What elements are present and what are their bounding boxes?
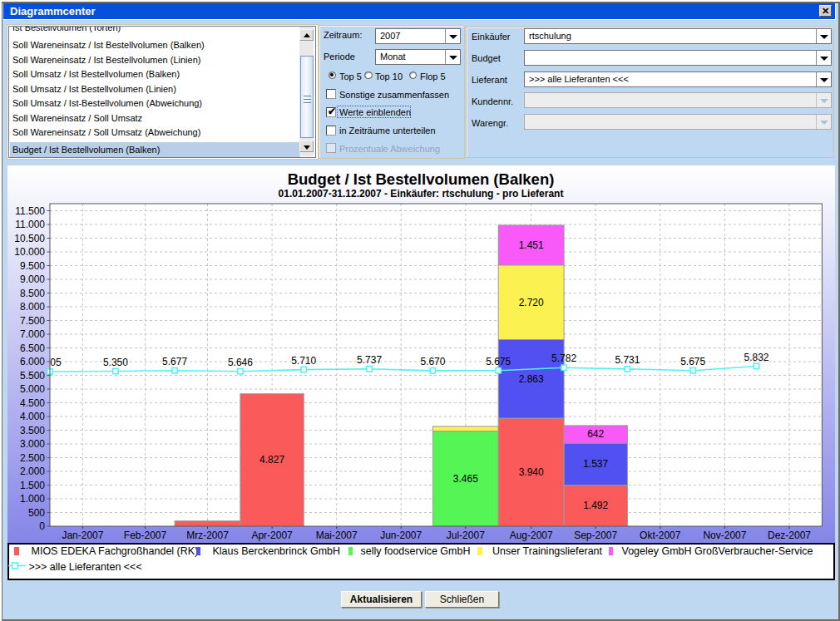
svg-text:1.500: 1.500	[20, 480, 45, 491]
svg-text:Apr-2007: Apr-2007	[251, 530, 293, 541]
svg-text:5.500: 5.500	[20, 370, 45, 382]
svg-text:10.500: 10.500	[14, 233, 45, 244]
svg-text:5.000: 5.000	[20, 383, 45, 395]
svg-text:5.646: 5.646	[228, 357, 253, 368]
svg-text:4.000: 4.000	[20, 411, 45, 422]
svg-text:500: 500	[28, 507, 45, 519]
svg-text:Dez-2007: Dez-2007	[768, 530, 811, 541]
svg-text:9.500: 9.500	[20, 260, 45, 272]
svg-text:2.863: 2.863	[519, 373, 544, 385]
svg-text:Feb-2007: Feb-2007	[124, 530, 167, 541]
svg-text:Jul-2007: Jul-2007	[447, 530, 485, 541]
svg-text:3.500: 3.500	[20, 425, 45, 436]
svg-text:Budget / Ist Bestellvolumen (B: Budget / Ist Bestellvolumen (Balken)	[288, 170, 555, 188]
svg-text:1.000: 1.000	[20, 493, 45, 505]
svg-text:4.500: 4.500	[20, 397, 45, 409]
svg-text:Sep-2007: Sep-2007	[574, 530, 617, 541]
svg-text:11.000: 11.000	[15, 219, 45, 230]
svg-text:Mrz-2007: Mrz-2007	[186, 530, 229, 541]
svg-text:5.737: 5.737	[357, 354, 382, 366]
svg-text:5.677: 5.677	[162, 356, 187, 367]
svg-text:6.000: 6.000	[20, 356, 45, 367]
svg-text:5.350: 5.350	[103, 357, 128, 368]
svg-text:11.500: 11.500	[15, 205, 45, 217]
svg-text:Jun-2007: Jun-2007	[380, 530, 422, 541]
svg-text:5.731: 5.731	[615, 354, 640, 366]
svg-text:642: 642	[587, 428, 604, 440]
svg-text:3.465: 3.465	[453, 473, 478, 485]
svg-text:Okt-2007: Okt-2007	[640, 530, 681, 541]
svg-text:2.000: 2.000	[20, 466, 45, 477]
svg-text:10.000: 10.000	[14, 246, 45, 258]
svg-text:Nov-2007: Nov-2007	[703, 530, 746, 541]
svg-text:Jan-2007: Jan-2007	[62, 530, 103, 541]
svg-text:1.492: 1.492	[583, 500, 608, 511]
svg-text:3.940: 3.940	[519, 466, 544, 478]
svg-text:1.537: 1.537	[583, 458, 608, 470]
svg-text:4.827: 4.827	[259, 454, 284, 466]
svg-text:3.000: 3.000	[20, 438, 45, 450]
svg-text:6.500: 6.500	[20, 343, 45, 354]
svg-text:01.01.2007-31.12.2007 - Einkäu: 01.01.2007-31.12.2007 - Einkäufer: rtsch…	[279, 188, 564, 200]
svg-text:9.000: 9.000	[20, 274, 45, 285]
svg-text:8.500: 8.500	[20, 288, 45, 299]
svg-text:7.500: 7.500	[20, 315, 45, 327]
svg-text:5.832: 5.832	[744, 352, 768, 363]
svg-text:Mai-2007: Mai-2007	[316, 530, 358, 541]
svg-text:5.782: 5.782	[551, 352, 576, 364]
svg-text:2.720: 2.720	[519, 297, 544, 308]
svg-text:5.675: 5.675	[486, 356, 511, 367]
svg-text:5.670: 5.670	[420, 356, 445, 367]
svg-text:05: 05	[50, 357, 62, 368]
svg-text:2.500: 2.500	[20, 452, 45, 464]
svg-text:5.710: 5.710	[291, 355, 316, 367]
svg-text:5.675: 5.675	[680, 356, 705, 367]
svg-text:1.451: 1.451	[519, 239, 544, 251]
svg-text:8.000: 8.000	[20, 301, 45, 313]
svg-text:0: 0	[39, 520, 45, 532]
svg-text:Aug-2007: Aug-2007	[510, 530, 553, 541]
svg-text:7.000: 7.000	[20, 328, 45, 340]
